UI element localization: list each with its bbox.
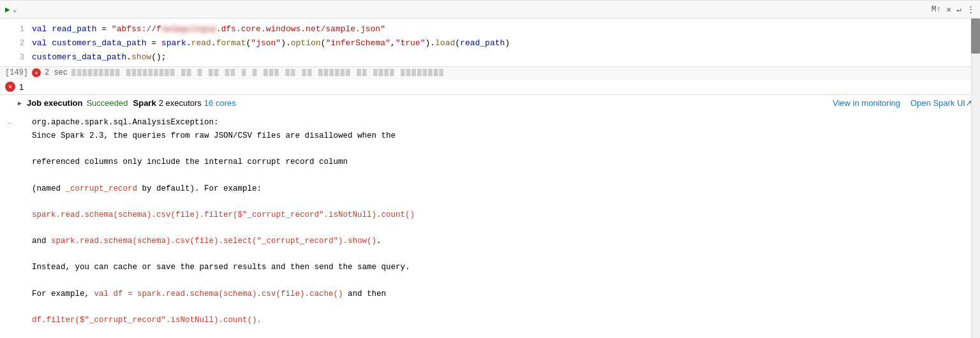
open-spark-ui-link[interactable]: Open Spark UI↗ bbox=[910, 98, 972, 108]
code-line-2: 2 val customers_data_path = spark.read.f… bbox=[0, 36, 980, 50]
line-number-1: 1 bbox=[0, 24, 32, 36]
ellipsis-indicator: … bbox=[8, 116, 12, 129]
error-line-blank6 bbox=[32, 274, 972, 288]
code-content-3: customers_data_path.show(); bbox=[32, 51, 167, 64]
error-line-blank7 bbox=[32, 300, 972, 314]
execution-time: 2 sec bbox=[45, 68, 68, 77]
error-circle-icon: ✕ bbox=[5, 82, 15, 92]
error-line-3: (named _corrupt_record by default). For … bbox=[32, 182, 972, 196]
job-execution-bar: ▶ Job execution Succeeded Spark 2 execut… bbox=[0, 94, 980, 111]
monitoring-links: View in monitoring Open Spark UI↗ bbox=[833, 98, 972, 108]
error-line-1: Since Spark 2.3, the queries from raw JS… bbox=[32, 129, 972, 143]
enter-icon[interactable]: ↵ bbox=[956, 4, 961, 15]
cell-number: [149] bbox=[5, 68, 28, 77]
more-icon[interactable]: ⋮ bbox=[967, 4, 975, 15]
scrollbar-track[interactable] bbox=[971, 18, 980, 338]
line-number-2: 2 bbox=[0, 38, 32, 50]
error-line-blank3 bbox=[32, 195, 972, 209]
code-content-1: val read_path = "abfss://fswlpgslsgip.df… bbox=[32, 23, 385, 36]
spark-engine-label: Spark bbox=[133, 98, 156, 108]
job-execution-label: Job execution bbox=[27, 98, 82, 108]
error-line-4: spark.read.schema(schema).csv(file).filt… bbox=[32, 209, 972, 222]
maximize-icon[interactable]: M↑ bbox=[932, 4, 942, 14]
error-line-blank4 bbox=[32, 221, 972, 235]
chevron-down-icon[interactable]: ⌄ bbox=[13, 5, 17, 13]
code-cell[interactable]: 1 val read_path = "abfss://fswlpgslsgip.… bbox=[0, 18, 980, 78]
error-count-row: ✕ 1 bbox=[0, 78, 980, 94]
job-status: Succeeded bbox=[86, 98, 128, 108]
error-line-2: referenced columns only include the inte… bbox=[32, 156, 972, 169]
error-line-8: df.filter($"_corrupt_record".isNotNull).… bbox=[32, 314, 972, 325]
view-monitoring-link[interactable]: View in monitoring bbox=[833, 98, 900, 108]
executors-detail: 2 executors bbox=[159, 98, 202, 108]
cell-top-toolbar: ▶ ⌄ M↑ ✕ ↵ ⋮ bbox=[0, 1, 980, 18]
cell-output-bar: [149] ✕ 2 sec █████████ █████████ ██ █ █… bbox=[0, 66, 980, 78]
code-line-1: 1 val read_path = "abfss://fswlpgslsgip.… bbox=[0, 22, 980, 36]
error-line-7: For example, val df = spark.read.schema(… bbox=[32, 288, 972, 301]
error-status-icon: ✕ bbox=[32, 68, 41, 77]
close-icon[interactable]: ✕ bbox=[946, 4, 951, 15]
cores-detail: 16 cores bbox=[204, 98, 236, 108]
error-line-blank5 bbox=[32, 248, 972, 261]
output-blurred-text: █████████ █████████ ██ █ ██ ██ █ █ ███ █… bbox=[71, 69, 445, 77]
error-output-area: … org.apache.spark.sql.AnalysisException… bbox=[0, 111, 980, 324]
exception-text: org.apache.spark.sql.AnalysisException: bbox=[32, 118, 219, 127]
error-line-blank2 bbox=[32, 169, 972, 182]
expand-chevron-icon[interactable]: ▶ bbox=[18, 99, 22, 107]
error-line-blank1 bbox=[32, 143, 972, 156]
code-content-2: val customers_data_path = spark.read.for… bbox=[32, 37, 510, 50]
error-count-label: 1 bbox=[19, 82, 24, 92]
error-line-exception: org.apache.spark.sql.AnalysisException: bbox=[32, 116, 972, 129]
scrollbar-thumb[interactable] bbox=[971, 18, 980, 54]
code-line-3: 3 customers_data_path.show(); bbox=[0, 50, 980, 66]
line-number-3: 3 bbox=[0, 52, 32, 64]
error-line-6: Instead, you can cache or save the parse… bbox=[32, 261, 972, 274]
run-icon[interactable]: ▶ bbox=[5, 4, 10, 15]
notebook-container: ▶ ⌄ M↑ ✕ ↵ ⋮ 1 val read_path = "abfss://… bbox=[0, 0, 980, 338]
error-line-5: and spark.read.schema(schema).csv(file).… bbox=[32, 235, 972, 248]
